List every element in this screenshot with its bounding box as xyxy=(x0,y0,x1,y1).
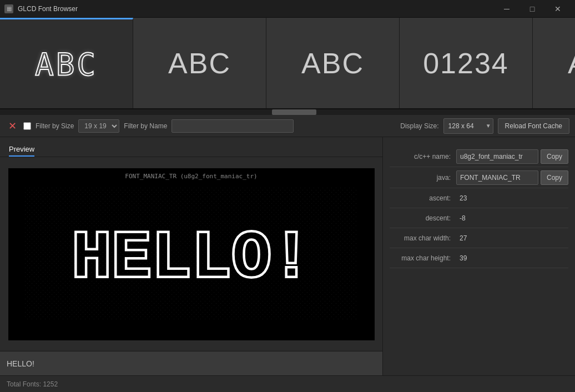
display-size-combo[interactable]: 128 x 64 64 x 32 256 x 128 xyxy=(443,118,493,134)
font-thumb-2[interactable]: ABC xyxy=(266,18,400,108)
font-thumbnails-row: ABC ABC ABC 01234 ABC xyxy=(0,18,575,109)
preview-right-panel: c/c++ name: u8g2_font_maniac_tr Copy jav… xyxy=(383,137,575,375)
display-size-label: Display Size: xyxy=(400,122,438,130)
filter-name-label: Filter by Name xyxy=(124,122,167,130)
preview-font-label: FONT_MANIAC_TR (u8g2_font_maniac_tr) xyxy=(125,173,257,180)
clear-filter-button[interactable]: ✕ xyxy=(6,119,19,133)
preview-input-bar xyxy=(0,351,382,375)
font-thumb-3[interactable]: 01234 xyxy=(400,18,533,108)
java-name-row: java: FONT_MANIAC_TR Copy xyxy=(390,167,568,188)
filter-name-input[interactable] xyxy=(172,119,294,133)
font-thumb-text-4: ABC xyxy=(568,47,575,80)
font-thumb-4[interactable]: ABC xyxy=(533,18,575,108)
font-thumb-0[interactable]: ABC xyxy=(0,18,133,108)
minimize-button[interactable]: ─ xyxy=(494,0,519,18)
copy-cpp-name-button[interactable]: Copy xyxy=(541,149,568,164)
preview-tab-bar: Preview xyxy=(0,137,382,157)
filter-size-combo-wrapper: 19 x 19 xyxy=(78,119,119,133)
titlebar: ▦ GLCD Font Browser ─ □ ✕ xyxy=(0,0,575,18)
max-char-width-row: max char width: 27 xyxy=(390,228,568,248)
hello-canvas xyxy=(25,188,358,321)
copy-java-button[interactable]: Copy xyxy=(541,170,568,185)
preview-text-input[interactable] xyxy=(7,359,376,368)
filter-size-checkbox[interactable] xyxy=(23,122,31,130)
toolbar: ✕ Filter by Size 19 x 19 Filter by Name … xyxy=(0,115,575,137)
font-thumb-text-3: 01234 xyxy=(423,47,509,80)
max-char-width-value: 27 xyxy=(456,233,568,244)
font-thumb-text-2: ABC xyxy=(301,47,364,80)
java-value: FONT_MANIAC_TR xyxy=(456,170,538,185)
preview-canvas-area: FONT_MANIAC_TR (u8g2_font_maniac_tr) xyxy=(0,157,382,351)
font-thumb-text-0: ABC xyxy=(35,46,98,82)
cpp-name-label: c/c++ name: xyxy=(390,153,456,160)
total-fonts-value: 1252 xyxy=(43,380,58,388)
preview-canvas: FONT_MANIAC_TR (u8g2_font_maniac_tr) xyxy=(8,168,375,340)
font-thumb-1[interactable]: ABC xyxy=(133,18,266,108)
cpp-name-value: u8g2_font_maniac_tr xyxy=(456,149,538,164)
max-char-height-value: 39 xyxy=(456,253,568,264)
scroll-thumb[interactable] xyxy=(272,109,316,115)
descent-label: descent: xyxy=(390,214,456,222)
filter-size-label: Filter by Size xyxy=(36,122,74,130)
java-label: java: xyxy=(390,174,456,182)
preview-left-panel: Preview FONT_MANIAC_TR (u8g2_font_maniac… xyxy=(0,137,383,375)
preview-section: Preview FONT_MANIAC_TR (u8g2_font_maniac… xyxy=(0,137,575,375)
ascent-value: 23 xyxy=(456,193,568,204)
descent-row: descent: -8 xyxy=(390,208,568,228)
ascent-label: ascent: xyxy=(390,194,456,202)
max-char-height-row: max char height: 39 xyxy=(390,248,568,268)
statusbar: Total Fonts: 1252 xyxy=(0,375,575,392)
app-icon: ▦ xyxy=(4,4,13,13)
total-fonts-label: Total Fonts: xyxy=(7,380,41,388)
restore-button[interactable]: □ xyxy=(519,0,545,18)
max-char-width-label: max char width: xyxy=(390,234,456,242)
filter-size-combo[interactable]: 19 x 19 xyxy=(78,119,119,133)
preview-tab[interactable]: Preview xyxy=(9,143,34,157)
display-size-combo-wrapper: 128 x 64 64 x 32 256 x 128 ▼ xyxy=(443,118,493,134)
descent-value: -8 xyxy=(456,213,568,224)
max-char-height-label: max char height: xyxy=(390,254,456,262)
filter-name-combo-wrapper xyxy=(172,119,294,133)
horizontal-scrollbar[interactable] xyxy=(0,109,575,115)
close-button[interactable]: ✕ xyxy=(545,0,571,18)
ascent-row: ascent: 23 xyxy=(390,188,568,208)
reload-font-cache-button[interactable]: Reload Font Cache xyxy=(498,118,569,134)
font-thumb-text-1: ABC xyxy=(168,47,231,80)
cpp-name-row: c/c++ name: u8g2_font_maniac_tr Copy xyxy=(390,146,568,167)
app-title: GLCD Font Browser xyxy=(18,5,490,13)
window-controls: ─ □ ✕ xyxy=(494,0,571,18)
